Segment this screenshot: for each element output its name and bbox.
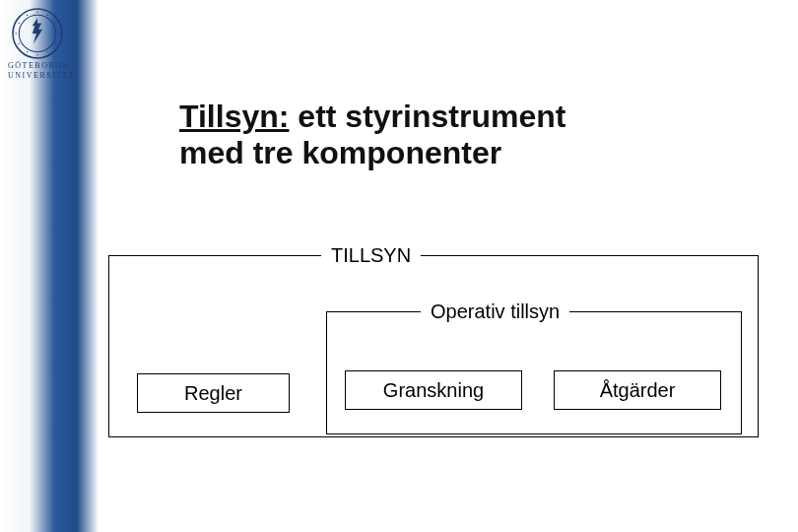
tillsyn-outer-label: TILLSYN: [321, 244, 421, 267]
box-granskning: Granskning: [345, 370, 522, 410]
slide-title: Tillsyn: ett styrinstrument med tre komp…: [179, 99, 565, 171]
svg-point-5: [58, 33, 59, 33]
university-name-line1: GÖTEBORGS: [8, 61, 87, 71]
box-regler-label: Regler: [184, 382, 242, 405]
box-atgarder-label: Åtgärder: [600, 379, 676, 402]
svg-point-4: [55, 23, 56, 24]
svg-point-6: [55, 43, 56, 44]
box-granskning-label: Granskning: [383, 379, 484, 402]
svg-point-10: [19, 43, 20, 44]
university-seal-icon: [12, 8, 63, 59]
svg-point-9: [27, 51, 28, 52]
title-line1-rest: ett styrinstrument: [289, 99, 565, 134]
title-line2: med tre komponenter: [179, 135, 501, 170]
title-underlined-word: Tillsyn:: [179, 99, 289, 134]
svg-point-12: [19, 23, 20, 24]
svg-point-8: [36, 54, 37, 55]
svg-point-13: [27, 15, 28, 16]
box-regler: Regler: [137, 373, 290, 413]
svg-point-3: [47, 15, 48, 16]
university-name: GÖTEBORGS UNIVERSITET: [8, 61, 87, 81]
svg-point-2: [36, 11, 37, 12]
box-atgarder: Åtgärder: [554, 370, 721, 410]
tillsyn-outer-group: TILLSYN Regler Operativ tillsyn Granskni…: [108, 244, 759, 437]
svg-point-11: [15, 33, 16, 33]
operativ-tillsyn-group: Operativ tillsyn Granskning Åtgärder: [326, 300, 742, 434]
operativ-tillsyn-label: Operativ tillsyn: [421, 300, 569, 323]
svg-point-7: [47, 51, 48, 52]
university-name-line2: UNIVERSITET: [8, 71, 87, 81]
tillsyn-diagram: TILLSYN Regler Operativ tillsyn Granskni…: [108, 244, 759, 441]
